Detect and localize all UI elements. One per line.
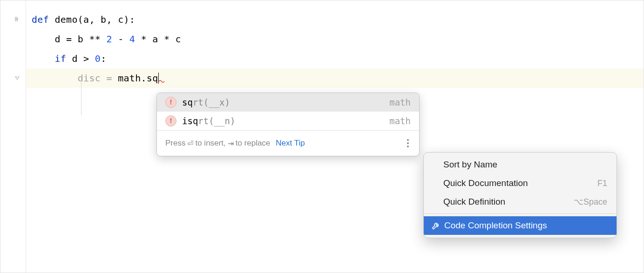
menu-separator [424,213,617,214]
next-tip-link[interactable]: Next Tip [276,139,305,148]
function-icon: f [165,97,176,108]
completion-item-sqrt[interactable]: f sqrt(__x) math [157,93,419,112]
menu-item-quick-documentation[interactable]: Quick Documentation F1 [424,174,617,193]
editor-gutter [0,0,26,273]
code-line-3[interactable]: if d > 0: [26,49,644,68]
keyword-def: def [32,14,54,25]
completion-popup: f sqrt(__x) math f isqrt(__n) math Press… [156,93,420,156]
error-squiggle [159,70,165,74]
footer-replace: to replace [236,139,271,148]
menu-item-code-completion-settings[interactable]: Code Completion Settings [424,216,617,235]
fold-start-icon[interactable] [14,15,21,23]
completion-item-isqrt[interactable]: f isqrt(__n) math [157,112,419,130]
completion-footer: Press ⏎ to insert, ⇥ to replace Next Tip [157,130,419,156]
completion-module: math [389,97,411,107]
tab-key-icon: ⇥ [228,139,234,148]
params: (a, b, c): [78,14,135,25]
enter-key-icon: ⏎ [187,139,193,148]
completion-text: isqrt(__n) [182,116,384,126]
footer-insert: to insert, [195,139,225,148]
function-name: demo [54,14,77,25]
code-line-2[interactable]: d = b ** 2 - 4 * a * c [26,29,644,49]
indent-guide [81,78,81,115]
svg-rect-0 [16,19,18,20]
function-icon: f [165,115,176,127]
completion-text: sqrt(__x) [182,97,384,107]
menu-item-sort-by-name[interactable]: Sort by Name [424,155,617,174]
wrench-icon [431,221,441,230]
code-line-4-current[interactable]: disc = math.sq [26,68,644,88]
completion-context-menu: Sort by Name Quick Documentation F1 Quic… [423,152,617,238]
code-line-1[interactable]: def demo(a, b, c): [26,10,644,29]
menu-item-quick-definition[interactable]: Quick Definition ⌥Space [424,193,617,211]
kebab-menu-icon[interactable] [405,137,411,149]
footer-press: Press [165,139,185,148]
completion-module: math [389,116,411,126]
fold-end-icon[interactable] [14,75,21,82]
